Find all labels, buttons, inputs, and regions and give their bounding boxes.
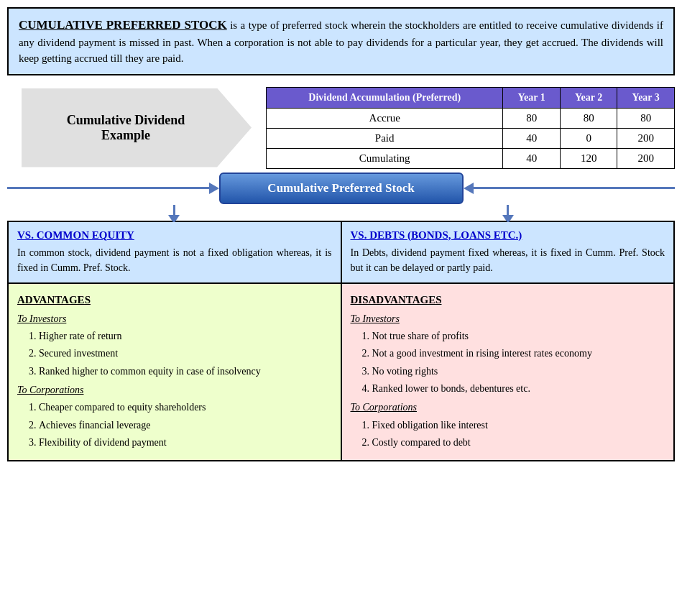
row1-col2: 0 [560,128,617,148]
row2-col3: 200 [617,148,675,168]
middle-section: Cumulative Dividend Example Dividend Acc… [7,84,675,172]
disadvantages-corporations-label: To Corporations [351,400,665,415]
left-arrow-connector [7,183,219,194]
row0-col0: Accrue [267,108,503,128]
advantages-box: ADVANTAGES To Investors Higher rate of r… [9,284,342,460]
row1-col3: 200 [617,128,675,148]
down-arrows-row [7,205,675,221]
comparison-left-heading: VS. COMMON EQUITY [17,229,332,242]
down-line-right [507,205,509,215]
page-container: CUMULATIVE PREFERRED STOCK is a type of … [0,0,682,469]
comparison-left: VS. COMMON EQUITY In common stock, divid… [9,222,342,282]
advantages-corporations-list: Cheaper compared to equity shareholders … [32,400,332,451]
row2-col0: Cumulating [267,148,503,168]
list-item: Achieves financial leverage [39,418,332,433]
comparison-row: VS. COMMON EQUITY In common stock, divid… [7,221,675,284]
row2-col2: 120 [560,148,617,168]
left-line [7,187,209,189]
arrow-shape: Cumulative Dividend Example [22,88,252,167]
arrow-container: Cumulative Dividend Example [7,84,266,172]
list-item: Flexibility of dividend payment [39,435,332,451]
central-label: Cumulative Preferred Stock [219,173,464,204]
definition-title: CUMULATIVE PREFERRED STOCK [19,18,227,32]
comparison-right-text: In Debts, dividend payment fixed whereas… [351,245,665,275]
adv-disadv-row: ADVANTAGES To Investors Higher rate of r… [7,284,675,461]
list-item: Costly compared to debt [372,435,665,451]
col-header-2: Year 2 [560,87,617,108]
col-header-3: Year 3 [617,87,675,108]
table-row: Paid 40 0 200 [267,128,675,148]
right-line [474,187,676,189]
disadvantages-investors-label: To Investors [351,311,665,327]
dividend-table: Dividend Accumulation (Preferred) Year 1… [266,87,675,169]
definition-box: CUMULATIVE PREFERRED STOCK is a type of … [7,7,675,75]
disadvantages-box: DISADVANTAGES To Investors Not true shar… [342,284,674,460]
arrow-text: Cumulative Dividend Example [67,113,207,143]
arrow-line2: Example [101,128,150,142]
right-arrow-connector [464,183,676,194]
table-row: Accrue 80 80 80 [267,108,675,128]
table-container: Dividend Accumulation (Preferred) Year 1… [266,84,675,172]
list-item: Not true share of profits [372,328,665,344]
col-header-1: Year 1 [503,87,561,108]
right-arrowhead [464,183,474,194]
row2-col1: 40 [503,148,561,168]
advantages-heading: ADVANTAGES [17,291,332,308]
row0-col2: 80 [560,108,617,128]
down-arrow-left [168,205,180,224]
row1-col1: 40 [503,128,561,148]
arrow-line1: Cumulative Dividend [67,113,185,127]
disadvantages-corporations-list: Fixed obligation like interest Costly co… [365,418,665,451]
list-item: Not a good investment in rising interest… [372,346,665,362]
comparison-right-heading: VS. DEBTS (BONDS, LOANS ETC.) [351,229,665,242]
list-item: Ranked lower to bonds, debentures etc. [372,381,665,397]
row0-col3: 80 [617,108,675,128]
table-row: Cumulating 40 120 200 [267,148,675,168]
disadvantages-heading: DISADVANTAGES [351,291,665,308]
comparison-right: VS. DEBTS (BONDS, LOANS ETC.) In Debts, … [342,222,674,282]
advantages-corporations-label: To Corporations [17,382,332,398]
list-item: Cheaper compared to equity shareholders [39,400,332,415]
row1-col0: Paid [267,128,503,148]
row0-col1: 80 [503,108,561,128]
advantages-investors-list: Higher rate of return Secured investment… [32,328,332,380]
left-arrowhead [209,183,219,194]
advantages-investors-label: To Investors [17,311,332,327]
down-arrow-right [502,205,514,224]
list-item: Ranked higher to common equity in case o… [39,364,332,380]
list-item: Fixed obligation like interest [372,418,665,433]
disadvantages-investors-list: Not true share of profits Not a good inv… [365,328,665,397]
banner-row: Cumulative Preferred Stock [7,172,675,205]
list-item: No voting rights [372,364,665,380]
list-item: Higher rate of return [39,328,332,344]
down-line-left [173,205,175,215]
list-item: Secured investment [39,346,332,362]
comparison-left-text: In common stock, dividend payment is not… [17,245,332,275]
col-header-0: Dividend Accumulation (Preferred) [267,87,503,108]
